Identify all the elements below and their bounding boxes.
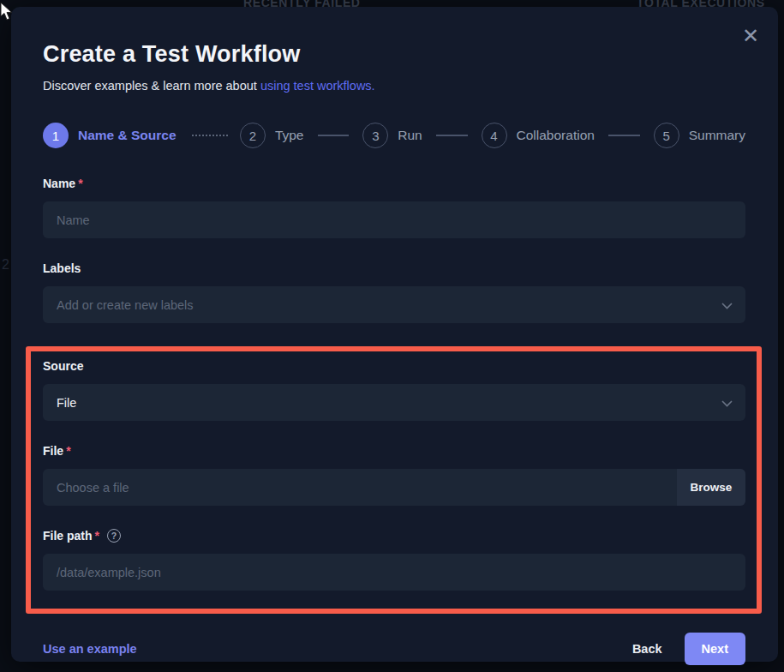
file-path-field-group: File path* ? (43, 529, 745, 591)
file-path-label-text: File path (43, 529, 93, 543)
source-field-group: Source File (43, 359, 745, 421)
use-example-link[interactable]: Use an example (43, 642, 137, 656)
mouse-cursor-icon (0, 2, 15, 26)
step-run[interactable]: 3 Run (362, 123, 422, 148)
stepper-connector (192, 135, 228, 136)
required-asterisk: * (95, 529, 99, 543)
file-path-label: File path* ? (43, 529, 745, 543)
background-axis-number: 2 (2, 257, 9, 273)
subtitle-text: Discover examples & learn more about (43, 79, 260, 93)
stepper-connector (608, 135, 640, 136)
step-1-circle: 1 (43, 123, 69, 148)
step-2-label: Type (275, 128, 304, 143)
file-label-text: File (43, 444, 63, 458)
step-1-label: Name & Source (78, 128, 177, 143)
source-highlight-annotation: Source File File* Browse (26, 346, 762, 614)
source-select-value: File (57, 396, 76, 410)
file-path-input[interactable] (43, 554, 745, 591)
required-asterisk: * (78, 177, 82, 190)
required-asterisk: * (66, 444, 70, 458)
labels-select-placeholder: Add or create new labels (57, 298, 194, 312)
step-4-label: Collaboration (517, 128, 595, 143)
file-label: File* (43, 444, 745, 458)
stepper-connector (318, 135, 350, 136)
step-3-circle: 3 (362, 123, 388, 148)
step-4-circle: 4 (482, 123, 507, 148)
next-button[interactable]: Next (685, 633, 745, 665)
name-field-group: Name* (43, 177, 745, 238)
labels-select[interactable]: Add or create new labels (43, 286, 745, 323)
wizard-stepper: 1 Name & Source 2 Type 3 Run 4 Collabora… (43, 123, 745, 148)
source-label: Source (43, 359, 745, 373)
footer-actions: Back Next (620, 633, 745, 665)
step-collaboration[interactable]: 4 Collaboration (482, 123, 595, 148)
labels-label: Labels (43, 261, 745, 275)
step-3-label: Run (398, 128, 422, 143)
modal-title: Create a Test Workflow (43, 41, 745, 68)
help-icon[interactable]: ? (107, 529, 121, 543)
file-picker-row: Browse (43, 469, 745, 506)
step-name-and-source[interactable]: 1 Name & Source (43, 123, 177, 148)
file-field-group: File* Browse (43, 444, 745, 506)
source-select[interactable]: File (43, 384, 745, 421)
test-workflows-link[interactable]: using test workflows. (260, 79, 375, 93)
labels-field-group: Labels Add or create new labels (43, 261, 745, 323)
step-2-circle: 2 (240, 123, 266, 148)
create-test-workflow-modal: ✕ Create a Test Workflow Discover exampl… (11, 7, 778, 662)
browse-button[interactable]: Browse (677, 469, 745, 506)
name-label-text: Name (43, 177, 75, 190)
back-button[interactable]: Back (620, 633, 674, 664)
workflow-form: Name* Labels Add or create new labels (43, 177, 745, 665)
step-type[interactable]: 2 Type (240, 123, 304, 148)
step-summary[interactable]: 5 Summary (654, 123, 745, 148)
labels-label-text: Labels (43, 261, 81, 275)
name-label: Name* (43, 177, 745, 190)
stepper-connector (436, 135, 468, 136)
chevron-down-icon (721, 298, 733, 312)
name-input[interactable] (43, 201, 745, 238)
step-5-label: Summary (689, 128, 745, 143)
step-5-circle: 5 (654, 123, 679, 148)
chevron-down-icon (721, 396, 733, 410)
close-icon[interactable]: ✕ (742, 26, 759, 46)
modal-subtitle: Discover examples & learn more about usi… (43, 79, 745, 93)
file-input[interactable] (43, 469, 677, 506)
source-label-text: Source (43, 359, 83, 373)
modal-footer: Use an example Back Next (43, 633, 745, 665)
